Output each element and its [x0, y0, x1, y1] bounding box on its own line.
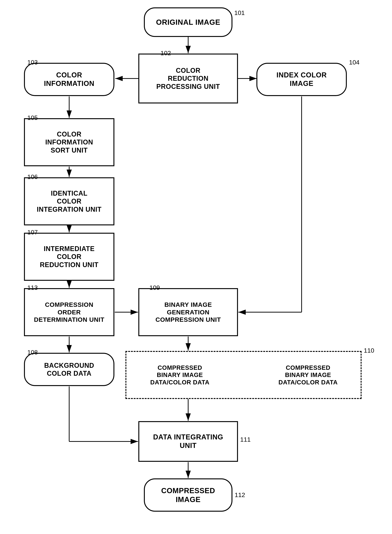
background-color-node: BACKGROUNDCOLOR DATA [24, 353, 114, 386]
ref-102: 102 [160, 49, 171, 57]
compressed-binary-2-node: COMPRESSEDBINARY IMAGEDATA/COLOR DATA [257, 353, 360, 397]
binary-image-node: BINARY IMAGEGENERATIONCOMPRESSION UNIT [138, 288, 238, 336]
color-information-node: COLORINFORMATION [24, 63, 114, 96]
compressed-image-node: COMPRESSEDIMAGE [144, 478, 233, 512]
identical-color-node: IDENTICALCOLORINTEGRATION UNIT [24, 177, 114, 225]
ref-109: 109 [149, 284, 160, 291]
diagram: ORIGINAL IMAGE 101 COLORREDUCTIONPROCESS… [0, 0, 392, 534]
ref-110: 110 [364, 347, 374, 354]
ref-107: 107 [27, 229, 38, 236]
ref-113: 113 [27, 284, 38, 291]
ref-103: 103 [27, 59, 38, 66]
ref-104: 104 [349, 59, 359, 66]
ref-108: 108 [27, 349, 38, 356]
ref-112: 112 [235, 491, 245, 499]
ref-101: 101 [234, 9, 245, 16]
compression-order-node: COMPRESSIONORDERDETERMINATION UNIT [24, 288, 114, 336]
color-reduction-node: COLORREDUCTIONPROCESSING UNIT [138, 53, 238, 103]
ref-106: 106 [27, 173, 38, 181]
compressed-binary-1-node: COMPRESSEDBINARY IMAGEDATA/COLOR DATA [128, 353, 232, 397]
data-integrating-node: DATA INTEGRATINGUNIT [138, 421, 238, 462]
color-info-sort-node: COLORINFORMATIONSORT UNIT [24, 118, 114, 166]
original-image-node: ORIGINAL IMAGE [144, 7, 233, 37]
index-color-image-node: INDEX COLORIMAGE [257, 63, 347, 96]
ref-105: 105 [27, 114, 38, 121]
intermediate-color-node: INTERMEDIATECOLORREDUCTION UNIT [24, 233, 114, 281]
ref-111: 111 [240, 436, 251, 443]
